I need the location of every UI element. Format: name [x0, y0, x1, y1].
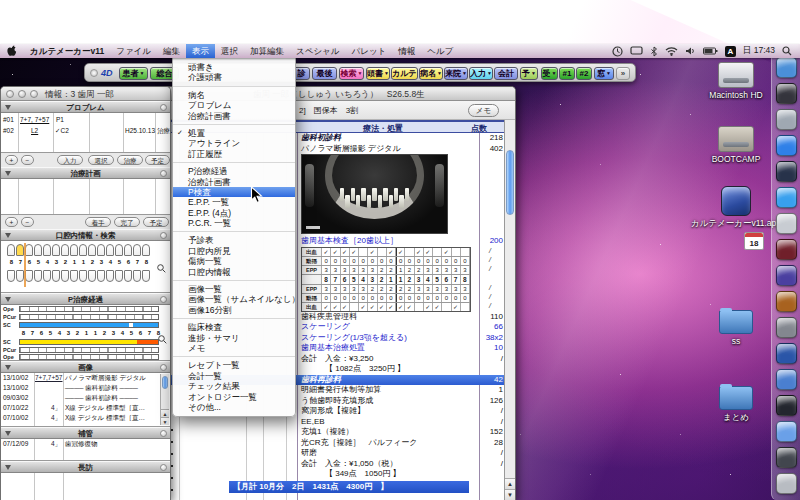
images-scrollbar[interactable]: ▲ ▼ [160, 374, 169, 425]
tooth-icon[interactable] [25, 244, 33, 256]
view-menu-item[interactable]: P治療経過 [173, 166, 295, 176]
view-menu-item[interactable]: チェック結果 [173, 381, 295, 391]
disclosure-triangle-icon[interactable] [5, 297, 11, 302]
view-menu-item[interactable]: レセプト一覧 [173, 360, 295, 370]
section-option-icon[interactable] [160, 104, 167, 111]
section-option-icon[interactable] [160, 170, 167, 177]
tooth-icon[interactable] [88, 244, 96, 256]
tooth-icon[interactable] [142, 244, 150, 256]
toolbar-button-検索[interactable]: 検索▼ [339, 67, 364, 80]
desktop-icon-ss-folder[interactable]: ss [702, 310, 770, 346]
view-menu-item[interactable]: 治療計画書 [173, 177, 295, 187]
plan-section-header[interactable]: 治療計画 [1, 167, 170, 179]
downloads-folder-dock-icon[interactable] [776, 369, 797, 390]
view-menu-item[interactable]: メモ [173, 343, 295, 353]
view-menu-item[interactable]: 処置 [173, 128, 295, 138]
section-option-icon[interactable] [160, 296, 167, 303]
tooth-icon[interactable] [16, 244, 24, 256]
menubar-menu-加算編集[interactable]: 加算編集 [244, 44, 290, 58]
view-menu-item[interactable]: P検査 [173, 187, 295, 197]
tooth-icon[interactable] [25, 270, 33, 282]
menubar-menu-編集[interactable]: 編集 [157, 44, 186, 58]
images-section-header[interactable]: 画像 [1, 361, 170, 373]
menubar-menu-パレット[interactable]: パレット [346, 44, 393, 58]
dashboard-dock-icon[interactable] [776, 83, 797, 104]
tooth-icon[interactable] [70, 270, 78, 282]
app-dock-icon[interactable] [776, 343, 797, 364]
dvd-player-dock-icon[interactable] [776, 239, 797, 260]
p-course-grid[interactable]: Ope PCur SC 8765432112345678 SC PCur Ope [1, 305, 170, 361]
view-menu-item[interactable]: 進捗・サマリ [173, 333, 295, 343]
input-button[interactable]: 入力 [57, 155, 83, 165]
memo-button[interactable]: メモ [468, 104, 499, 117]
view-menu-item[interactable]: 訂正履歴 [173, 149, 295, 159]
magnifier-icon[interactable] [157, 259, 166, 277]
section-option-icon[interactable] [160, 464, 167, 471]
perio-chart-table[interactable]: 出血✓✓✓✓✓✓✓✓✓✓動揺0000000000000000EPP3333332… [301, 247, 471, 312]
image-row[interactable]: 07/10/024」X線 デジタル 標準型［直… [1, 414, 159, 425]
scroll-down-arrow[interactable]: ▼ [161, 417, 169, 425]
view-menu-item[interactable]: 病名 [173, 90, 295, 100]
procedure-row[interactable]: 光CR充［複雑］ パルフィーク28 [163, 438, 515, 449]
section-option-icon[interactable] [160, 232, 167, 239]
apple-menu-icon[interactable] [0, 45, 24, 57]
view-menu-item[interactable]: 頭書き [173, 62, 295, 72]
toolbar-button-入力[interactable]: 入力▼ [469, 67, 493, 80]
toolbar-button-病名[interactable]: 病名▼ [419, 67, 443, 80]
add-button[interactable]: + [5, 217, 18, 227]
hokan-section-header[interactable]: 補管 [1, 427, 170, 439]
view-menu-item[interactable]: 傷病一覧 [173, 256, 295, 266]
tooth-icon[interactable] [97, 270, 105, 282]
view-menu-item[interactable]: E.P.P. (4点) [173, 208, 295, 218]
toolbar-button-#1[interactable]: #1 [559, 67, 575, 80]
procedure-row[interactable]: 充填1（複雑）152 [163, 427, 515, 438]
tooth-icon[interactable] [124, 270, 132, 282]
plan-button[interactable]: 予定 [145, 155, 170, 165]
toolbar-button-#2[interactable]: #2 [576, 67, 592, 80]
close-button[interactable] [6, 90, 14, 98]
tooth-icon[interactable] [79, 244, 87, 256]
view-menu-item[interactable]: P.C.R. 一覧 [173, 218, 295, 228]
tooth-icon[interactable] [106, 270, 114, 282]
bluetooth-icon[interactable] [650, 46, 658, 57]
section-option-icon[interactable] [160, 430, 167, 437]
procedure-row[interactable]: EE,EB/ [163, 417, 515, 428]
menubar-menu-スペシャル[interactable]: スペシャル [290, 44, 346, 58]
tooth-icon[interactable] [70, 244, 78, 256]
tooth-icon[interactable] [34, 270, 42, 282]
view-menu-item[interactable]: プロブレム [173, 100, 295, 110]
visit-table[interactable] [1, 473, 170, 500]
finder-dock-icon[interactable] [776, 57, 797, 78]
menubar-clock[interactable]: 日 17:43 [743, 45, 775, 57]
tooth-icon[interactable] [43, 270, 51, 282]
ical-dock-icon[interactable] [776, 213, 797, 234]
wifi-icon[interactable] [665, 46, 678, 56]
hokan-row[interactable]: 07/12/094」歯冠修復物 [1, 440, 159, 451]
view-menu-item[interactable]: 会計一覧 [173, 371, 295, 381]
address-book-dock-icon[interactable] [776, 291, 797, 312]
plan-button[interactable]: 予定 [143, 217, 169, 227]
done-button[interactable]: 完了 [114, 217, 140, 227]
tooth-icon[interactable] [52, 244, 60, 256]
remove-button[interactable]: − [21, 217, 34, 227]
palette-close-icon[interactable] [90, 69, 98, 77]
trash-dock-icon[interactable] [776, 473, 797, 494]
time-machine-icon[interactable] [612, 46, 623, 57]
tooth-icon[interactable] [115, 244, 123, 256]
teeth-chart[interactable]: 8765432112345678 [1, 241, 170, 293]
tooth-icon[interactable] [115, 270, 123, 282]
scroll-up-arrow[interactable]: ▲ [505, 478, 515, 489]
treat-button[interactable]: 治療 [117, 155, 143, 165]
tooth-icon[interactable] [52, 270, 60, 282]
procedure-row[interactable]: 研磨/ [163, 448, 515, 459]
zoom-button[interactable] [30, 90, 38, 98]
tooth-icon[interactable] [16, 270, 24, 282]
menubar-menu-表示[interactable]: 表示 [186, 44, 215, 58]
tooth-icon[interactable] [61, 244, 69, 256]
spotlight-icon[interactable] [782, 46, 792, 56]
vertical-scrollbar[interactable]: ▲ ▼ [504, 120, 515, 500]
disclosure-triangle-icon[interactable] [5, 431, 11, 436]
app-dock-icon[interactable] [776, 395, 797, 416]
view-menu-item[interactable]: アウトライン [173, 138, 295, 148]
view-menu-item[interactable]: 口腔内情報 [173, 267, 295, 277]
